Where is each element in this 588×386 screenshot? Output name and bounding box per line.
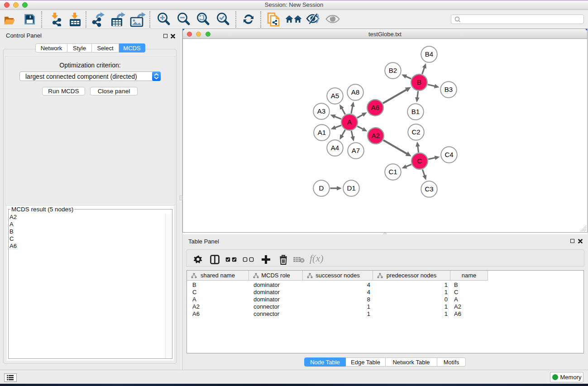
svg-text:C1: C1 [388, 168, 397, 176]
svg-text:A5: A5 [331, 92, 339, 100]
svg-text:A3: A3 [317, 107, 325, 115]
svg-text:A: A [347, 118, 352, 126]
svg-text:A7: A7 [352, 147, 360, 154]
svg-text:B2: B2 [389, 67, 397, 74]
svg-text:A6: A6 [371, 104, 379, 111]
svg-text:B3: B3 [445, 86, 453, 93]
svg-text:A8: A8 [351, 88, 359, 96]
svg-text:D: D [319, 184, 324, 192]
svg-text:C3: C3 [425, 185, 433, 193]
svg-text:A1: A1 [318, 129, 326, 136]
svg-text:C4: C4 [445, 151, 453, 158]
svg-text:D1: D1 [347, 184, 355, 192]
svg-text:B4: B4 [425, 50, 433, 58]
svg-text:C: C [417, 157, 422, 165]
svg-text:B: B [417, 78, 421, 86]
svg-text:C2: C2 [411, 128, 420, 136]
svg-text:A4: A4 [331, 144, 339, 152]
svg-text:A2: A2 [372, 132, 380, 139]
svg-text:B1: B1 [411, 108, 420, 115]
